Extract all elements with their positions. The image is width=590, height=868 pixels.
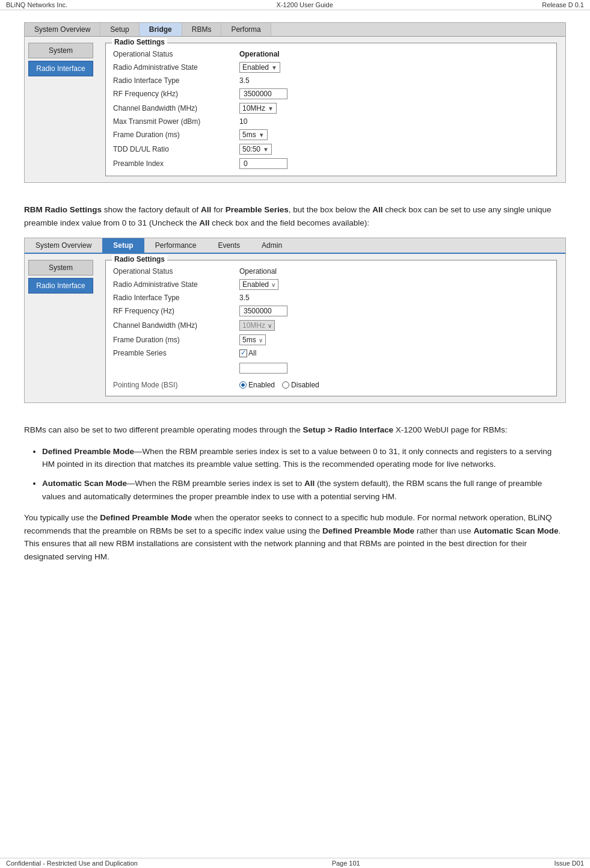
release-label: Release D 0.1 — [542, 1, 584, 8]
body-text-2: RBMs can also be set to two different pr… — [24, 423, 566, 437]
select-channel-bandwidth[interactable]: 10MHz ▼ — [239, 103, 277, 114]
row2-pointing-mode: Pointing Mode (BSI) Enabled Disabled — [113, 379, 549, 391]
input-rf-frequency[interactable]: 3500000 — [239, 88, 287, 99]
radio-circle-enabled — [239, 381, 247, 389]
select-frame-duration[interactable]: 5ms ▼ — [239, 129, 268, 140]
preamble-series-bold: Preamble Series — [226, 205, 289, 214]
select-radio-admin-state[interactable]: Enabled ▼ — [239, 62, 280, 73]
checkbox-all[interactable] — [239, 349, 247, 357]
label-channel-bandwidth: Channel Bandwidth (MHz) — [113, 104, 239, 112]
tab2-system-overview[interactable]: System Overview — [25, 238, 102, 253]
mockup-2-body: System Radio Interface Radio Settings Op… — [25, 254, 565, 402]
auto-scan-bold: Automatic Scan Mode — [473, 526, 558, 535]
label-radio-admin-state: Radio Administrative State — [113, 63, 239, 72]
select-value-bandwidth: 10MHz — [242, 104, 265, 112]
page-footer: Confidential - Restricted Use and Duplic… — [0, 858, 590, 868]
footer-issue: Issue D01 — [554, 860, 584, 867]
mockup-1-settings-panel: Radio Settings Operational Status Operat… — [97, 37, 565, 182]
auto-scan-term: Automatic Scan Mode — [42, 479, 127, 488]
row-frame-duration: Frame Duration (ms) 5ms ▼ — [113, 128, 549, 142]
tab-setup[interactable]: Setup — [100, 23, 139, 36]
mockup-2-settings-panel: Radio Settings Operational Status Operat… — [97, 254, 565, 402]
select2-value-bandwidth: 10MHz — [242, 321, 265, 330]
label-rf-frequency: RF Frequency (kHz) — [113, 90, 239, 98]
select-value-tdd-ratio: 50:50 — [242, 145, 260, 153]
defined-preamble-bold-3: Defined Preamble Mode — [100, 513, 192, 522]
mockup-2: System Overview Setup Performance Events… — [24, 238, 566, 403]
all-bold-2: All — [372, 205, 383, 214]
row2-rf-frequency: RF Frequency (Hz) 3500000 — [113, 304, 549, 318]
settings-title-1: Radio Settings — [112, 38, 167, 46]
settings-box-1: Radio Settings Operational Status Operat… — [105, 43, 557, 176]
select2-channel-bandwidth[interactable]: 10MHz ∨ — [239, 320, 275, 331]
label2-preamble-series: Preamble Series — [113, 349, 239, 357]
select2-value-frame-duration: 5ms — [242, 336, 256, 344]
tab-bridge[interactable]: Bridge — [140, 23, 182, 36]
label-operational-status: Operational Status — [113, 50, 239, 58]
mockup-1: System Overview Setup Bridge RBMs Perfor… — [24, 22, 566, 183]
radio-group-pointing: Enabled Disabled — [239, 381, 319, 389]
tab2-events[interactable]: Events — [207, 238, 251, 253]
setup-radio-interface-bold: Setup > Radio Interface — [303, 425, 393, 434]
tab-performa[interactable]: Performa — [221, 23, 271, 36]
tab-bar-1: System Overview Setup Bridge RBMs Perfor… — [25, 23, 565, 37]
sidebar-btn-radio-interface[interactable]: Radio Interface — [28, 61, 93, 76]
select-value-admin-state: Enabled — [242, 63, 269, 72]
doc-title: X-1200 User Guide — [277, 1, 333, 8]
label-frame-duration: Frame Duration (ms) — [113, 131, 239, 139]
row-radio-admin-state: Radio Administrative State Enabled ▼ — [113, 60, 549, 75]
select2-arrow-admin-state: ∨ — [271, 282, 275, 288]
select-arrow-frame-duration: ▼ — [259, 132, 265, 138]
tab-system-overview[interactable]: System Overview — [25, 23, 100, 36]
row-channel-bandwidth: Channel Bandwidth (MHz) 10MHz ▼ — [113, 101, 549, 115]
label2-rf-frequency: RF Frequency (Hz) — [113, 307, 239, 315]
sidebar-btn-system[interactable]: System — [28, 43, 93, 58]
sidebar2-btn-system[interactable]: System — [28, 260, 93, 275]
label2-frame-duration: Frame Duration (ms) — [113, 336, 239, 344]
row2-preamble-series: Preamble Series All — [113, 347, 549, 359]
tab2-admin[interactable]: Admin — [251, 238, 293, 253]
select-tdd-ratio[interactable]: 50:50 ▼ — [239, 144, 272, 155]
select2-frame-duration[interactable]: 5ms ∨ — [239, 334, 266, 345]
label-radio-interface-type: Radio Interface Type — [113, 76, 239, 85]
tab-bar-2: System Overview Setup Performance Events… — [25, 238, 565, 254]
label-max-transmit-power: Max Transmit Power (dBm) — [113, 117, 239, 126]
input2-rf-frequency[interactable]: 3500000 — [239, 306, 287, 316]
label2-radio-interface-type: Radio Interface Type — [113, 294, 239, 302]
all-bold-1: All — [201, 205, 211, 214]
row2-frame-duration: Frame Duration (ms) 5ms ∨ — [113, 333, 549, 347]
mockup-1-sidebar: System Radio Interface — [25, 37, 97, 182]
rbm-radio-settings-bold: RBM Radio Settings — [24, 205, 102, 214]
all-bold-auto: All — [304, 479, 315, 488]
settings-box-2: Radio Settings Operational Status Operat… — [105, 260, 557, 396]
row-tdd-ratio: TDD DL/UL Ratio 50:50 ▼ — [113, 142, 549, 156]
radio-enabled[interactable]: Enabled — [239, 381, 275, 389]
radio-disabled[interactable]: Disabled — [282, 381, 319, 389]
select2-radio-admin-state[interactable]: Enabled ∨ — [239, 279, 278, 290]
footer-page: Page 101 — [332, 860, 360, 867]
preamble-index-input[interactable] — [239, 363, 287, 374]
select-arrow-admin-state: ▼ — [271, 64, 277, 71]
sidebar2-btn-radio-interface[interactable]: Radio Interface — [28, 278, 93, 294]
defined-preamble-bold-4: Defined Preamble Mode — [322, 526, 414, 535]
value-radio-interface-type: 3.5 — [239, 76, 250, 85]
row-rf-frequency: RF Frequency (kHz) 3500000 — [113, 87, 549, 101]
input-preamble-index[interactable]: 0 — [239, 158, 287, 169]
settings-title-2: Radio Settings — [112, 255, 167, 263]
select2-arrow-bandwidth: ∨ — [268, 322, 272, 329]
tab-rbms[interactable]: RBMs — [182, 23, 222, 36]
row2-channel-bandwidth: Channel Bandwidth (MHz) 10MHz ∨ — [113, 318, 549, 333]
row-preamble-index: Preamble Index 0 — [113, 156, 549, 171]
preamble-series-value: All — [239, 349, 256, 357]
tab2-performance[interactable]: Performance — [144, 238, 207, 253]
tab2-setup[interactable]: Setup — [102, 238, 144, 253]
label-tdd-ratio: TDD DL/UL Ratio — [113, 145, 239, 153]
body-text-1: RBM Radio Settings show the factory defa… — [24, 203, 566, 229]
value-operational-status: Operational — [239, 50, 280, 58]
label2-pointing-mode: Pointing Mode (BSI) — [113, 381, 239, 389]
row2-operational-status: Operational Status Operational — [113, 265, 549, 277]
select2-arrow-frame-duration: ∨ — [259, 337, 263, 343]
row-radio-interface-type: Radio Interface Type 3.5 — [113, 75, 549, 87]
value2-radio-interface-type: 3.5 — [239, 294, 250, 302]
radio-label-disabled: Disabled — [291, 381, 319, 389]
